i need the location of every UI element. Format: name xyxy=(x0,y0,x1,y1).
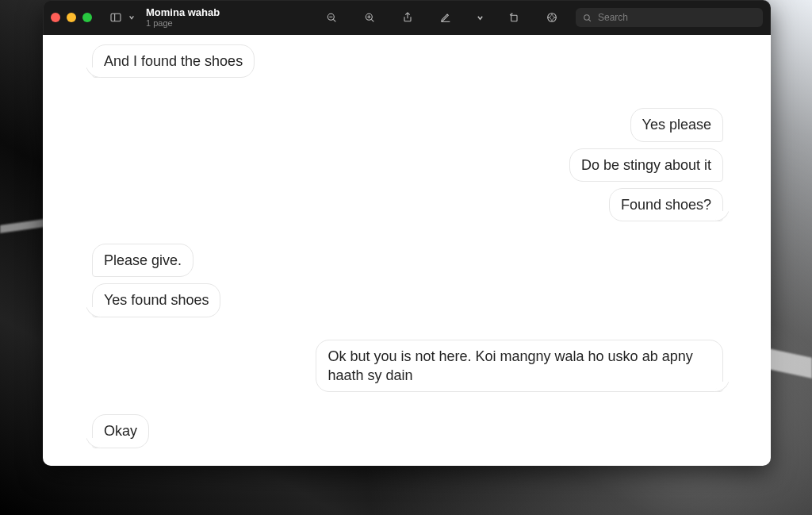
message-bubble-incoming: Please give. xyxy=(92,244,193,277)
message-bubble-incoming: And I found the shoes xyxy=(92,44,255,78)
svg-point-11 xyxy=(548,13,557,22)
traffic-lights xyxy=(51,13,92,22)
markup-menu-chevron-icon[interactable] xyxy=(471,6,488,29)
search-icon xyxy=(582,13,592,23)
fullscreen-window-button[interactable] xyxy=(82,13,92,22)
info-button[interactable] xyxy=(539,6,565,29)
zoom-out-button[interactable] xyxy=(319,6,344,29)
svg-line-6 xyxy=(371,19,373,21)
zoom-in-button[interactable] xyxy=(357,6,382,29)
document-title: Momina wahab xyxy=(146,7,220,18)
minimize-window-button[interactable] xyxy=(67,13,76,22)
share-button[interactable] xyxy=(395,6,420,29)
document-title-block: Momina wahab 1 page xyxy=(146,7,220,28)
search-input[interactable] xyxy=(596,11,756,24)
svg-point-12 xyxy=(584,14,590,19)
document-viewport[interactable]: And I found the shoes Yes please Do be s… xyxy=(43,35,771,466)
svg-rect-0 xyxy=(111,13,121,21)
message-bubble-incoming: Okay xyxy=(92,414,149,448)
window-toolbar: Momina wahab 1 page xyxy=(43,0,771,35)
svg-line-3 xyxy=(333,19,335,21)
sidebar-toggle-button[interactable] xyxy=(103,6,128,29)
message-bubble-outgoing: Do be stingy about it xyxy=(569,148,723,182)
markup-button[interactable] xyxy=(433,6,458,29)
message-bubble-outgoing: Yes please xyxy=(630,108,723,141)
sidebar-menu-chevron-icon[interactable] xyxy=(128,14,135,21)
preview-window: Momina wahab 1 page xyxy=(43,0,771,466)
rotate-button[interactable] xyxy=(501,6,527,29)
search-field[interactable] xyxy=(576,8,763,27)
toolbar-actions xyxy=(319,6,565,29)
close-window-button[interactable] xyxy=(51,13,60,22)
message-bubble-outgoing: Ok but you is not here. Koi mangny wala … xyxy=(316,340,723,393)
svg-line-13 xyxy=(588,19,590,21)
message-bubble-incoming: Yes found shoes xyxy=(92,283,220,317)
document-subtitle: 1 page xyxy=(146,18,220,28)
message-bubble-outgoing: Found shoes? xyxy=(609,188,723,221)
svg-rect-10 xyxy=(511,15,517,21)
